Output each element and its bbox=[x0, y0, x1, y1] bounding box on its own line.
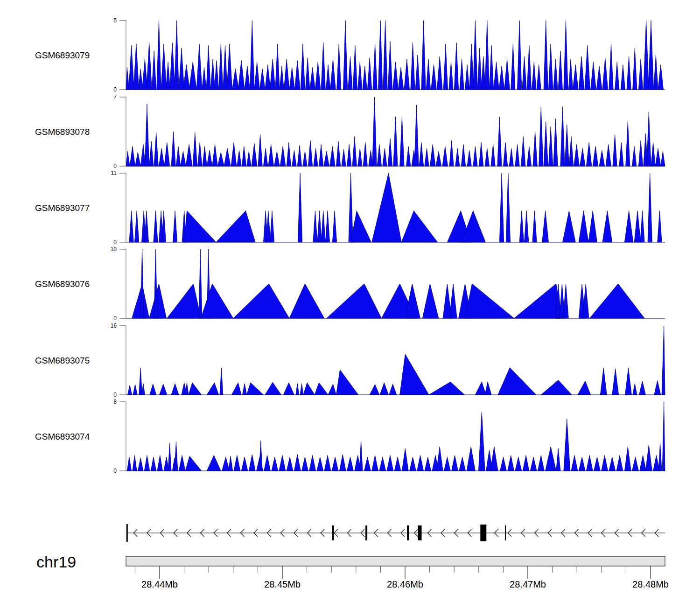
coverage-peak bbox=[179, 455, 185, 471]
coverage-peak bbox=[500, 457, 507, 471]
coverage-peak bbox=[574, 145, 580, 167]
coverage-peak bbox=[460, 59, 464, 90]
coverage-peak bbox=[532, 62, 536, 90]
coverage-peak bbox=[609, 457, 616, 471]
coverage-peak bbox=[638, 59, 643, 90]
coverage-peak bbox=[519, 211, 524, 242]
coverage-peak bbox=[160, 384, 167, 395]
coverage-peak bbox=[241, 457, 248, 471]
coverage-peak bbox=[247, 151, 251, 166]
y-axis bbox=[119, 21, 126, 90]
coverage-peak bbox=[541, 380, 572, 395]
coverage-peak bbox=[497, 117, 502, 166]
coverage-peak bbox=[129, 45, 134, 90]
coverage-peak bbox=[549, 44, 553, 90]
coverage-peak bbox=[640, 211, 644, 242]
coverage-peak bbox=[383, 21, 387, 90]
coverage-peak bbox=[459, 457, 466, 471]
coverage-peak bbox=[280, 147, 286, 166]
coverage-peak bbox=[207, 455, 221, 471]
coverage-peak bbox=[233, 284, 289, 318]
coverage-peak bbox=[171, 384, 179, 395]
coverage-peak bbox=[287, 457, 293, 471]
coverage-peak bbox=[640, 455, 646, 471]
coverage-peak bbox=[359, 441, 363, 471]
coverage-peak bbox=[270, 59, 275, 90]
track-label: GSM6893076 bbox=[35, 279, 90, 289]
coverage-peak bbox=[347, 457, 354, 471]
y-axis-zero-label: 0 bbox=[113, 163, 117, 169]
coverage-peak bbox=[461, 145, 465, 167]
coverage-peak bbox=[593, 147, 598, 166]
y-axis bbox=[119, 249, 126, 318]
coverage-peak bbox=[216, 211, 255, 242]
coverage-peak bbox=[400, 117, 404, 166]
coverage-peak bbox=[133, 385, 137, 395]
coverage-peak bbox=[352, 137, 357, 166]
coverage-peak bbox=[347, 145, 351, 167]
coverage-peak bbox=[161, 44, 167, 90]
coverage-peak bbox=[569, 137, 573, 166]
coverage-peak bbox=[367, 58, 371, 90]
y-axis-max-label: 8 bbox=[113, 399, 117, 405]
coverage-peak bbox=[242, 147, 246, 166]
coverage-peak bbox=[645, 445, 652, 471]
coverage-peak bbox=[654, 381, 661, 395]
coverage-peak bbox=[571, 455, 578, 471]
coverage-peak bbox=[380, 383, 389, 395]
coverage-peak bbox=[373, 44, 377, 90]
coverage-peak bbox=[600, 368, 607, 395]
ruler-tick-label: 28.48Mb bbox=[632, 579, 669, 589]
coverage-peak bbox=[308, 140, 312, 166]
coverage-peak bbox=[591, 62, 596, 90]
coverage-peak bbox=[332, 457, 338, 471]
y-axis-max-label: 11 bbox=[111, 170, 117, 176]
coverage-peak bbox=[402, 448, 408, 471]
track-label: GSM6893074 bbox=[35, 432, 90, 441]
coverage-peak bbox=[479, 142, 483, 166]
coverage-peak bbox=[245, 66, 250, 90]
genome-browser-canvas: 50GSM689307970GSM6893078110GSM6893077100… bbox=[0, 0, 700, 616]
coverage-peak bbox=[509, 148, 513, 166]
coverage-peak bbox=[207, 150, 212, 166]
coverage-peak bbox=[532, 211, 537, 242]
coverage-peak bbox=[135, 211, 139, 242]
coverage-peak bbox=[425, 148, 429, 166]
coverage-track-GSM6893079: 50GSM6893079 bbox=[35, 17, 665, 93]
coverage-peak bbox=[342, 149, 346, 166]
coverage-peak bbox=[485, 148, 489, 166]
coverage-peak bbox=[173, 211, 177, 242]
coverage-peak bbox=[343, 21, 348, 90]
coverage-peak bbox=[632, 147, 637, 166]
y-axis bbox=[119, 402, 126, 471]
coverage-peak bbox=[527, 45, 531, 90]
coverage-peak bbox=[449, 284, 457, 318]
coverage-peak bbox=[419, 142, 423, 166]
coverage-peak bbox=[275, 44, 280, 90]
coverage-peak bbox=[135, 152, 141, 166]
coverage-peak bbox=[378, 21, 383, 90]
coverage-peak bbox=[129, 211, 133, 242]
coverage-peak bbox=[504, 59, 510, 90]
coverage-peak bbox=[465, 284, 514, 318]
coverage-peak bbox=[181, 151, 186, 166]
coverage-peak bbox=[140, 249, 144, 318]
coverage-peak bbox=[523, 455, 529, 471]
coverage-peak bbox=[313, 211, 317, 242]
coverage-peak bbox=[170, 42, 175, 90]
coverage-peak bbox=[494, 62, 499, 90]
coverage-peak bbox=[436, 447, 443, 471]
coverage-peak bbox=[473, 21, 477, 90]
coverage-peak bbox=[370, 385, 379, 395]
coverage-peak bbox=[151, 457, 156, 471]
coverage-peak bbox=[223, 45, 227, 90]
coverage-peak bbox=[227, 44, 232, 90]
coverage-peak bbox=[436, 151, 441, 166]
coverage-peak bbox=[193, 133, 197, 166]
coverage-track-GSM6893075: 160GSM6893075 bbox=[35, 322, 665, 398]
coverage-peak bbox=[254, 62, 260, 90]
coverage-peak bbox=[317, 211, 322, 242]
coverage-peak bbox=[175, 441, 178, 471]
coverage-peak bbox=[393, 62, 399, 90]
coverage-peak bbox=[521, 137, 525, 166]
